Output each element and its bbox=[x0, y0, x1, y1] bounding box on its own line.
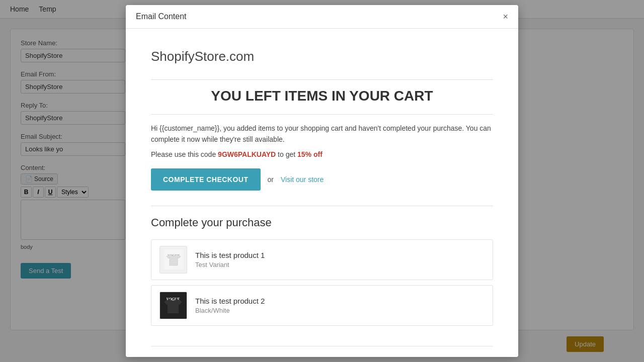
or-text: or bbox=[268, 175, 274, 184]
promo-code: 9GW6PALKUAYD bbox=[218, 150, 276, 158]
product-1-variant: Test Variant bbox=[195, 261, 265, 268]
complete-checkout-button[interactable]: COMPLETE CHECKOUT bbox=[151, 168, 261, 191]
modal-body: ShopifyStore.com YOU LEFT ITEMS IN YOUR … bbox=[126, 29, 518, 357]
heading-divider bbox=[151, 114, 493, 115]
checkout-row: COMPLETE CHECKOUT or Visit our store bbox=[151, 168, 493, 191]
email-intro-text: Hi {{customer_name}}, you added items to… bbox=[151, 123, 493, 145]
modal-overlay: Email Content × ShopifyStore.com YOU LEF… bbox=[0, 0, 644, 362]
unsubscribe-link[interactable]: Unsubscribe bbox=[367, 356, 412, 357]
complete-purchase-title: Complete your purchase bbox=[151, 216, 493, 229]
product-item: VOGUE This is test product 2 Black/White bbox=[151, 285, 493, 326]
modal-close-button[interactable]: × bbox=[503, 12, 508, 21]
product-1-name: This is test product 1 bbox=[195, 251, 265, 259]
store-name-display: ShopifyStore.com bbox=[151, 49, 493, 64]
email-heading: YOU LEFT ITEMS IN YOUR CART bbox=[151, 88, 493, 104]
product-2-image: VOGUE bbox=[159, 292, 187, 319]
section-divider bbox=[151, 206, 493, 206]
modal-title: Email Content bbox=[136, 12, 187, 21]
product-2-image-svg: VOGUE bbox=[160, 292, 187, 319]
product-2-variant: Black/White bbox=[195, 307, 265, 314]
visit-store-link[interactable]: Visit our store bbox=[281, 175, 324, 184]
email-footer: Don't want to receive cart reminders fro… bbox=[151, 346, 493, 357]
product-2-name: This is test product 2 bbox=[195, 297, 265, 305]
product-2-info: This is test product 2 Black/White bbox=[195, 297, 265, 314]
code-suffix: to get bbox=[276, 150, 297, 158]
product-item: VOGUE This is test product 1 Test Varian… bbox=[151, 239, 493, 280]
promo-code-line: Please use this code 9GW6PALKUAYD to get… bbox=[151, 150, 493, 158]
product-list: VOGUE This is test product 1 Test Varian… bbox=[151, 239, 493, 331]
top-divider bbox=[151, 79, 493, 80]
product-1-image: VOGUE bbox=[159, 246, 187, 274]
product-1-info: This is test product 1 Test Variant bbox=[195, 251, 265, 268]
modal-header: Email Content × bbox=[126, 5, 518, 29]
email-content-modal: Email Content × ShopifyStore.com YOU LEF… bbox=[126, 5, 518, 357]
discount-text: 15% off bbox=[297, 150, 323, 158]
product-1-image-svg: VOGUE bbox=[164, 249, 184, 269]
code-prefix: Please use this code bbox=[151, 150, 218, 158]
